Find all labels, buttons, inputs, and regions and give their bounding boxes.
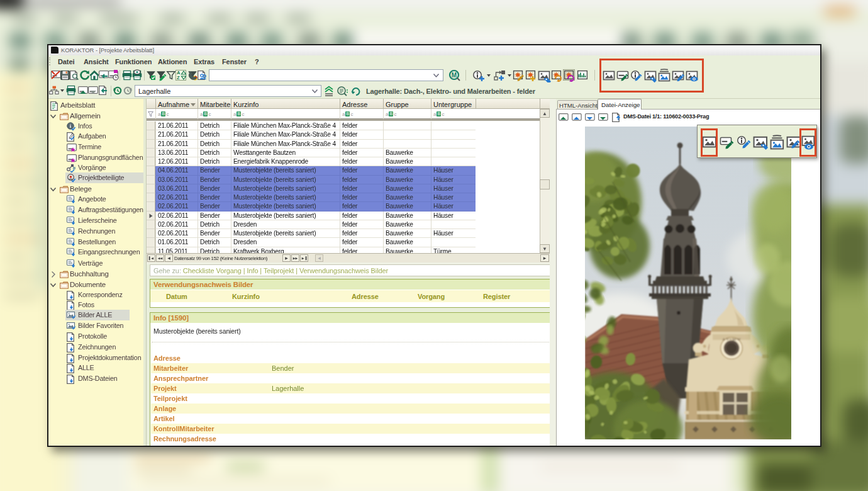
svg-text:A V • M W: A V • M W (722, 337, 741, 341)
svg-text:M: M (452, 72, 457, 79)
